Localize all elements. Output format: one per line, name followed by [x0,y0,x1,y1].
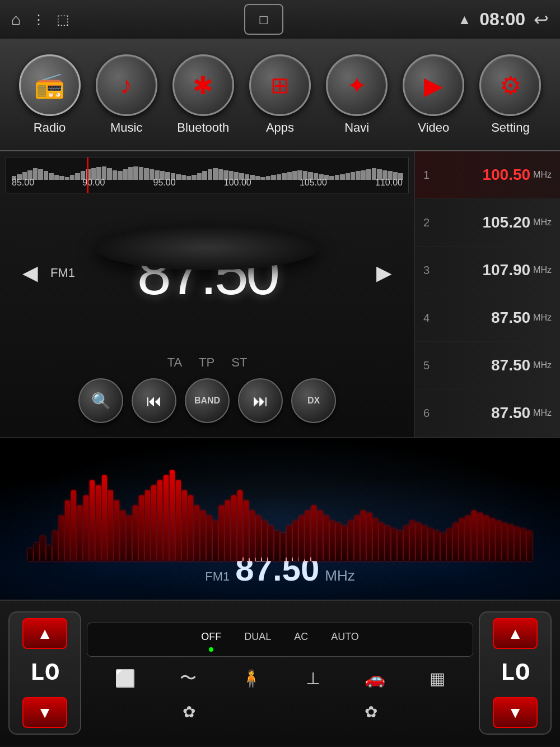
setting-nav-label: Setting [491,120,530,135]
ta-indicator: TA [167,355,182,370]
preset-mhz-3: MHz [533,265,552,275]
right-temp-up[interactable]: ▲ [493,618,538,649]
nav-item-radio[interactable]: 📻 Radio [11,54,88,135]
preset-6[interactable]: 6 87.50 MHz [415,389,560,437]
usb-icon: ⬚ [57,12,69,27]
menu-icon[interactable]: ⋮ [32,12,45,27]
air-car-icon[interactable]: 🚗 [365,669,385,688]
next-freq-button[interactable]: ▶ [376,261,392,285]
air-face-icon[interactable]: 〜 [180,667,197,690]
dual-mode-btn[interactable]: DUAL [234,628,281,652]
preset-5[interactable]: 5 87.50 MHz [415,342,560,389]
window-button[interactable]: □ [244,4,283,35]
nav-item-navi[interactable]: ✦ Navi [319,54,395,135]
music-nav-label: Music [110,120,142,135]
defrost-rear-icon[interactable]: ▦ [430,669,445,688]
freq-label-100: 100.00 [224,178,251,188]
down-arrow-icon: ▼ [37,704,53,722]
navi-nav-label: Navi [344,120,369,135]
radio-nav-btn[interactable]: 📻 [19,54,81,116]
freq-label-95: 95.00 [153,178,176,188]
nav-item-music[interactable]: ♪ Music [88,54,165,135]
auto-mode-btn[interactable]: AUTO [321,628,369,652]
bluetooth-nav-btn[interactable]: ✱ [172,54,234,116]
apps-nav-label: Apps [266,120,294,135]
freq-label-85: 85.00 [12,178,34,188]
fan-left-icon[interactable]: ✿ [183,703,195,721]
air-body-icon[interactable]: 🧍 [241,669,262,688]
frequency-ruler[interactable]: 85.00 90.00 95.00 100.00 105.00 110.00 [6,157,409,193]
preset-4[interactable]: 4 87.50 MHz [415,294,560,342]
frequency-display: ◀ FM1 87.50 ▶ [6,196,409,350]
preset-3[interactable]: 3 107.90 MHz [415,247,560,294]
off-mode-btn[interactable]: OFF [191,628,231,646]
frequency-needle [87,157,88,193]
preset-freq-5: 87.50 [440,356,530,374]
clock: 08:00 [479,9,525,30]
prev-button[interactable]: ⏮ [132,378,176,423]
right-temp-control: ▲ LO ▼ [479,611,552,735]
radio-panel: 85.00 90.00 95.00 100.00 105.00 110.00 ◀… [0,151,560,437]
climate-center: OFF DUAL AC AUTO ⬜ 〜 🧍 ⊥ 🚗 ▦ ✿ ✿ [87,623,473,724]
search-icon: 🔍 [91,392,111,410]
preset-mhz-2: MHz [533,217,552,228]
climate-icons: ⬜ 〜 🧍 ⊥ 🚗 ▦ [87,661,473,695]
left-temp-up[interactable]: ▲ [22,618,67,649]
bluetooth-nav-label: Bluetooth [177,120,229,135]
st-indicator: ST [231,355,247,370]
freq-label-105: 105.00 [300,178,327,188]
navi-nav-btn[interactable]: ✦ [326,54,388,116]
preset-mhz-5: MHz [533,360,552,370]
freq-label-90: 90.00 [82,178,105,188]
right-temp-value: LO [501,659,530,687]
left-temp-control: ▲ LO ▼ [8,611,81,735]
preset-num-3: 3 [423,264,440,277]
equalizer-visual [0,449,560,561]
preset-2[interactable]: 2 105.20 MHz [415,199,560,247]
climate-control: ▲ LO ▼ OFF DUAL AC AUTO ⬜ 〜 🧍 ⊥ 🚗 ▦ [0,600,560,745]
preset-num-2: 2 [423,216,440,229]
preset-num-4: 4 [423,312,440,324]
setting-nav-btn[interactable]: ⚙ [479,54,541,116]
air-feet-icon[interactable]: ⊥ [306,669,320,688]
preset-mhz-4: MHz [533,313,552,323]
video-nav-btn[interactable]: ▶ [403,54,464,116]
off-mode-indicator [209,647,213,652]
apps-nav-btn[interactable]: ⊞ [249,54,311,116]
home-icon[interactable]: ⌂ [11,11,21,29]
nav-item-video[interactable]: ▶ Video [395,54,472,135]
defrost-front-icon[interactable]: ⬜ [115,669,136,688]
eq-band: FM1 [205,569,230,584]
preset-num-1: 1 [423,169,440,182]
right-temp-down[interactable]: ▼ [493,697,538,728]
preset-mhz-1: MHz [533,170,552,180]
radio-left: 85.00 90.00 95.00 100.00 105.00 110.00 ◀… [0,151,414,437]
climate-mode-bar: OFF DUAL AC AUTO [87,623,473,657]
left-temp-down[interactable]: ▼ [22,697,67,728]
music-nav-btn[interactable]: ♪ [96,54,157,116]
search-button[interactable]: 🔍 [78,378,123,423]
up-arrow-icon: ▲ [37,625,53,643]
eq-unit: MHz [325,567,354,584]
back-icon[interactable]: ↩ [534,9,549,30]
fan-right-icon[interactable]: ✿ [365,703,377,721]
preset-1[interactable]: 1 100.50 MHz [415,151,560,199]
preset-mhz-6: MHz [533,408,552,418]
radio-indicators: TA TP ST [6,355,409,370]
next-icon: ⏭ [253,392,268,410]
nav-item-apps[interactable]: ⊞ Apps [241,54,318,135]
nav-item-bluetooth[interactable]: ✱ Bluetooth [165,54,241,135]
freq-label-110: 110.00 [375,178,403,188]
next-button[interactable]: ⏭ [238,378,283,423]
dx-label: DX [307,396,320,406]
preset-num-6: 6 [423,407,440,420]
nav-item-setting[interactable]: ⚙ Setting [472,54,549,135]
dx-button[interactable]: DX [291,378,336,423]
radio-controls: 🔍 ⏮ BAND ⏭ DX [6,370,409,432]
band-button[interactable]: BAND [185,378,230,423]
prev-freq-button[interactable]: ◀ [22,261,38,285]
preset-freq-6: 87.50 [440,404,530,422]
ac-mode-btn[interactable]: AC [284,628,318,652]
band-label: FM1 [50,266,75,280]
band-label-btn: BAND [194,396,220,406]
